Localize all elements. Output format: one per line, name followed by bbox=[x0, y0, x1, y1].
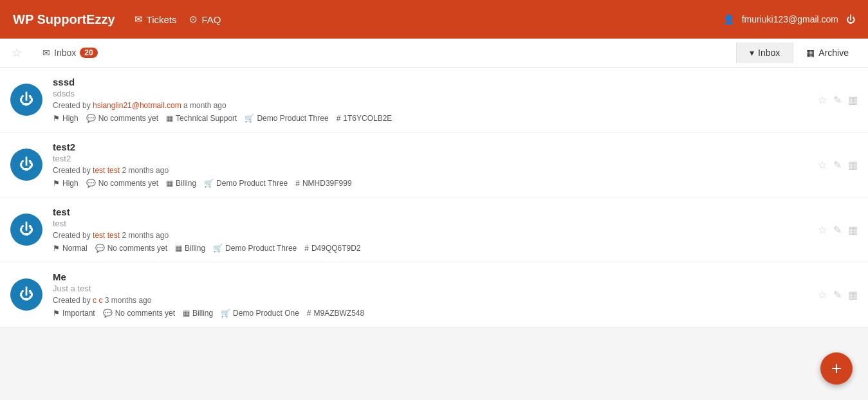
archive-icon: ▦ bbox=[806, 48, 815, 58]
inbox-filter-tab[interactable]: ▾ Inbox bbox=[736, 42, 793, 63]
ticket-row[interactable]: ⏻ test test Created by test test 2 month… bbox=[0, 197, 868, 262]
ticket-avatar: ⏻ bbox=[10, 214, 42, 246]
faq-icon: ⊙ bbox=[189, 14, 198, 25]
user-icon: 👤 bbox=[723, 14, 734, 24]
ticket-id-label: D49QQ6T9D2 bbox=[311, 244, 361, 253]
ticket-avatar: ⏻ bbox=[10, 149, 42, 181]
archive-action-icon[interactable]: ▦ bbox=[848, 289, 858, 301]
filter-icon: ▾ bbox=[750, 48, 754, 58]
tickets-label: Tickets bbox=[147, 14, 177, 25]
flag-icon: ⚑ bbox=[53, 179, 60, 188]
priority-tag: ⚑ Important bbox=[53, 309, 95, 318]
comments-label: No comments yet bbox=[115, 309, 175, 318]
nav-items: ✉ Tickets ⊙ FAQ bbox=[134, 14, 221, 25]
product-label: Demo Product One bbox=[233, 309, 299, 318]
category-tag: ▦ Billing bbox=[166, 179, 196, 188]
ticket-actions: ☆ ✎ ▦ bbox=[818, 289, 858, 301]
ticket-content: test2 test2 Created by test test 2 month… bbox=[53, 141, 808, 188]
product-label: Demo Product Three bbox=[216, 179, 288, 188]
ticket-row[interactable]: ⏻ Me Just a test Created by c c 3 months… bbox=[0, 262, 868, 327]
flag-icon: ⚑ bbox=[53, 309, 60, 318]
ticket-avatar: ⏻ bbox=[10, 278, 42, 311]
star-action-icon[interactable]: ☆ bbox=[818, 94, 827, 106]
ticket-content: test test Created by test test 2 months … bbox=[53, 206, 808, 253]
ticket-content: Me Just a test Created by c c 3 months a… bbox=[53, 271, 808, 318]
ticket-content: sssd sdsds Created by hsianglin21@hotmai… bbox=[53, 77, 808, 123]
star-action-icon[interactable]: ☆ bbox=[818, 159, 827, 171]
ticket-user-link[interactable]: hsianglin21@hotmail.com bbox=[93, 101, 181, 110]
product-tag: 🛒 Demo Product Three bbox=[213, 244, 297, 253]
comments-label: No comments yet bbox=[98, 114, 158, 123]
hash-icon: # bbox=[307, 309, 311, 318]
comments-label: No comments yet bbox=[98, 179, 158, 188]
ticket-subtitle: test2 bbox=[53, 154, 808, 163]
category-tag: ▦ Billing bbox=[183, 309, 213, 318]
ticket-id-tag: # 1T6YCOLB2E bbox=[337, 114, 392, 123]
inbox-count-badge: 20 bbox=[80, 48, 97, 58]
ticket-title: test bbox=[53, 206, 808, 217]
star-action-icon[interactable]: ☆ bbox=[818, 224, 827, 236]
ticket-title: sssd bbox=[53, 77, 808, 87]
ticket-list: ⏻ sssd sdsds Created by hsianglin21@hotm… bbox=[0, 68, 868, 327]
ticket-meta: Created by c c 3 months ago bbox=[53, 296, 808, 305]
archive-action-icon[interactable]: ▦ bbox=[848, 94, 858, 106]
user-email: fmuriuki123@gmail.com bbox=[742, 14, 838, 24]
nav-tickets[interactable]: ✉ Tickets bbox=[134, 14, 177, 25]
archive-action-icon[interactable]: ▦ bbox=[848, 159, 858, 171]
priority-tag: ⚑ High bbox=[53, 114, 78, 123]
edit-action-icon[interactable]: ✎ bbox=[833, 159, 842, 171]
archive-label: Archive bbox=[818, 48, 849, 58]
edit-action-icon[interactable]: ✎ bbox=[833, 94, 842, 106]
tab-bar: ☆ ✉ Inbox 20 ▾ Inbox ▦ Archive bbox=[0, 39, 868, 68]
comment-icon: 💬 bbox=[95, 244, 105, 253]
faq-label: FAQ bbox=[201, 14, 221, 25]
power-icon[interactable]: ⏻ bbox=[846, 14, 855, 24]
category-tag: ▦ Technical Support bbox=[166, 114, 237, 123]
archive-action-icon[interactable]: ▦ bbox=[848, 224, 858, 236]
comments-tag: 💬 No comments yet bbox=[95, 244, 167, 253]
category-icon: ▦ bbox=[166, 179, 173, 188]
edit-action-icon[interactable]: ✎ bbox=[833, 224, 842, 236]
comment-icon: 💬 bbox=[86, 179, 96, 188]
comments-tag: 💬 No comments yet bbox=[86, 114, 158, 123]
comments-tag: 💬 No comments yet bbox=[103, 309, 175, 318]
hash-icon: # bbox=[337, 114, 341, 123]
ticket-user-link[interactable]: test test bbox=[93, 166, 120, 175]
category-label: Billing bbox=[192, 309, 213, 318]
avatar-power-icon: ⏻ bbox=[19, 91, 33, 108]
ticket-row[interactable]: ⏻ test2 test2 Created by test test 2 mon… bbox=[0, 132, 868, 197]
ticket-id-tag: # NMHD39F999 bbox=[295, 179, 351, 188]
ticket-id-label: 1T6YCOLB2E bbox=[343, 114, 392, 123]
ticket-subtitle: test bbox=[53, 219, 808, 228]
product-label: Demo Product Three bbox=[225, 244, 297, 253]
cart-icon: 🛒 bbox=[245, 114, 254, 123]
product-tag: 🛒 Demo Product One bbox=[221, 309, 299, 318]
ticket-tags: ⚑ Important 💬 No comments yet ▦ Billing … bbox=[53, 309, 808, 318]
category-tag: ▦ Billing bbox=[175, 244, 205, 253]
edit-action-icon[interactable]: ✎ bbox=[833, 289, 842, 301]
ticket-subtitle: sdsds bbox=[53, 89, 808, 98]
header-right: 👤 fmuriuki123@gmail.com ⏻ bbox=[723, 14, 855, 24]
ticket-id-tag: # M9AZBWZ548 bbox=[307, 309, 364, 318]
flag-icon: ⚑ bbox=[53, 114, 60, 123]
ticket-meta: Created by hsianglin21@hotmail.com a mon… bbox=[53, 101, 808, 110]
nav-faq[interactable]: ⊙ FAQ bbox=[189, 14, 221, 25]
category-label: Technical Support bbox=[176, 114, 237, 123]
avatar-power-icon: ⏻ bbox=[19, 221, 33, 238]
product-tag: 🛒 Demo Product Three bbox=[245, 114, 328, 123]
category-label: Billing bbox=[176, 179, 196, 188]
star-action-icon[interactable]: ☆ bbox=[818, 289, 827, 301]
star-icon[interactable]: ☆ bbox=[6, 46, 27, 60]
ticket-title: test2 bbox=[53, 141, 808, 152]
ticket-row[interactable]: ⏻ sssd sdsds Created by hsianglin21@hotm… bbox=[0, 68, 868, 132]
priority-label: Important bbox=[62, 309, 95, 318]
header: WP SupportEzzy ✉ Tickets ⊙ FAQ 👤 fmuriuk… bbox=[0, 0, 868, 39]
ticket-user-link[interactable]: test test bbox=[93, 231, 120, 240]
flag-icon: ⚑ bbox=[53, 244, 60, 253]
category-icon: ▦ bbox=[183, 309, 190, 318]
ticket-subtitle: Just a test bbox=[53, 284, 808, 293]
priority-tag: ⚑ High bbox=[53, 179, 78, 188]
ticket-user-link[interactable]: c c bbox=[93, 296, 102, 305]
archive-tab[interactable]: ▦ Archive bbox=[793, 42, 862, 63]
inbox-tab[interactable]: ✉ Inbox 20 bbox=[33, 42, 107, 63]
